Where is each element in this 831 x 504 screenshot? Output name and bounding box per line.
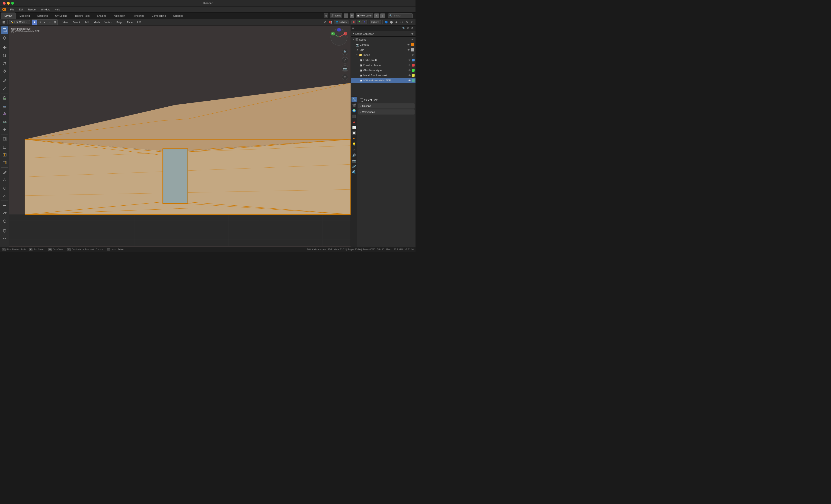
scene-add-icon[interactable]: + (344, 13, 348, 18)
cursor-tool[interactable] (1, 34, 8, 42)
quad-view-btn[interactable]: ⊞ (342, 74, 348, 80)
material-props-icon[interactable]: ● (351, 136, 356, 141)
overlay-icon[interactable]: ⊙ (404, 20, 409, 25)
wireframe-view-btn[interactable]: ⬡ (37, 20, 42, 25)
transform-orientation-selector[interactable]: 🌐 Global ▾ (334, 20, 348, 24)
outliner-item-glas[interactable]: ▣ Glas Normalglas 👁 (351, 68, 416, 73)
inset-faces-tool[interactable] (1, 136, 8, 143)
to-sphere-tool[interactable] (1, 217, 8, 225)
header-add-menu[interactable]: Add (83, 21, 91, 24)
view-layer-remove-icon[interactable]: ⊗ (380, 13, 385, 18)
extrude-along-normals-tool[interactable] (1, 110, 8, 118)
select-box-tool[interactable] (1, 26, 8, 34)
loop-cut-tool[interactable] (1, 151, 8, 158)
extrude-individual-tool[interactable] (1, 118, 8, 125)
material-shading-icon[interactable]: ⬤ (389, 20, 394, 25)
object-props-icon[interactable]: ⬛ (351, 114, 356, 119)
close-button[interactable] (3, 2, 5, 5)
move-tool[interactable] (1, 44, 8, 51)
extrude-cursor-tool[interactable] (1, 126, 8, 133)
rendered-shading-icon[interactable]: 🔵 (384, 20, 389, 25)
view-layer-add-icon[interactable]: + (374, 13, 379, 18)
tab-uv-editing[interactable]: UV Editing (52, 12, 71, 19)
scene-remove-icon[interactable]: ⊗ (350, 13, 354, 18)
header-select-menu[interactable]: Select (71, 21, 82, 24)
farbe-vis-icon[interactable]: 👁 (408, 58, 411, 62)
menu-render[interactable]: Render (26, 8, 38, 11)
window-controls[interactable] (3, 2, 14, 5)
import-vis-icon[interactable]: 👁 (411, 53, 414, 57)
data-props-icon[interactable]: △ (351, 147, 356, 152)
solid-view-btn[interactable]: ◼ (32, 20, 37, 25)
navigation-gizmo[interactable]: X Y Z (330, 28, 348, 47)
tab-sculpting[interactable]: Sculpting (34, 12, 51, 19)
header-edge-menu[interactable]: Edge (115, 21, 124, 24)
measure-tool[interactable] (1, 85, 8, 92)
tab-texture-paint[interactable]: Texture Paint (71, 12, 93, 19)
tab-animation[interactable]: Animation (110, 12, 129, 19)
mode-selector[interactable]: ✏️ Edit Mode ▾ (9, 20, 30, 24)
y-axis-btn[interactable]: Y (357, 20, 362, 24)
z-axis-btn[interactable]: Z (362, 20, 367, 24)
outliner-vis-icon[interactable]: 👁 (411, 32, 413, 35)
options-section-header[interactable]: ▶ Options (358, 103, 414, 109)
knife-tool[interactable] (1, 169, 8, 176)
render-props-icon[interactable]: 📷 (351, 158, 356, 163)
tab-modeling[interactable]: Modeling (16, 12, 33, 19)
search-bar[interactable]: 🔍 (388, 13, 413, 18)
scale-tool[interactable] (1, 60, 8, 67)
vertex-btn[interactable]: • (42, 20, 47, 25)
fensterrahmen-vis-icon[interactable]: 👁 (408, 63, 411, 67)
extrude-manifold-tool[interactable] (1, 102, 8, 110)
tab-shading[interactable]: Shading (93, 12, 110, 19)
menu-edit[interactable]: Edit (17, 8, 25, 11)
light-props-icon[interactable]: 💡 (351, 141, 356, 147)
outliner-item-fensterrahmen[interactable]: ▣ Fensterrahmen 👁 (351, 63, 416, 68)
edge-crease-tool[interactable] (1, 202, 8, 209)
wireframe-shading-icon[interactable]: ⬡ (399, 20, 404, 25)
outliner-filter-icon[interactable]: 🔍 (402, 26, 406, 30)
menu-file[interactable]: File (8, 8, 16, 11)
shear-tool[interactable] (1, 210, 8, 217)
object-constraint-icon[interactable]: 🔊 (351, 152, 356, 158)
view-layer-selector[interactable]: 🔲 View Layer (356, 13, 373, 18)
outliner-item-scene[interactable]: ▾ 🎬 Scene 👁 (351, 37, 416, 42)
transform-tool[interactable] (1, 67, 8, 75)
scene-vis-icon[interactable]: 👁 (411, 38, 414, 41)
mw-vis-icon[interactable]: 👁 (408, 79, 411, 82)
outliner-item-import[interactable]: ▾ 📁 Import 👁 (351, 52, 416, 58)
glas-vis-icon[interactable]: 👁 (408, 68, 411, 72)
shrink-fatten-tool[interactable] (1, 227, 8, 234)
viewport[interactable]: User Perspective (1) MW Kalksandstein, 2… (9, 26, 351, 247)
poly-build-tool[interactable] (1, 176, 8, 184)
modifier-props-icon[interactable]: 🔺 (351, 119, 356, 124)
outliner-item-farbe[interactable]: ▣ Farbe, weiß 👁 (351, 58, 416, 63)
camera-view-btn[interactable]: 📷 (342, 65, 348, 72)
particle-props-icon[interactable]: 📊 (351, 125, 356, 130)
header-face-menu[interactable]: Face (125, 21, 135, 24)
view-layer-props-icon[interactable]: 🌊 (351, 169, 356, 174)
xray-icon[interactable]: ⧖ (409, 20, 414, 25)
push-pull-tool[interactable] (1, 235, 8, 242)
scene-props-icon[interactable]: 🎬 (351, 102, 356, 108)
sun-vis-icon[interactable]: 👁 (407, 48, 410, 52)
zoom-in-btn[interactable]: 🔍 (342, 49, 348, 55)
x-axis-btn[interactable]: X (351, 20, 356, 24)
camera-vis-icon[interactable]: 👁 (407, 43, 410, 47)
tab-compositing[interactable]: Compositing (148, 12, 169, 19)
menu-window[interactable]: Window (39, 8, 52, 11)
proportional-edit-icon[interactable]: ⊙ (323, 20, 327, 25)
scene-selector[interactable]: 🎬 Scene (330, 13, 342, 18)
header-mesh-menu[interactable]: Mesh (92, 21, 102, 24)
workspace-section-header[interactable]: ▶ Workspace (358, 110, 414, 115)
outliner-sync-icon[interactable]: ⟳ (406, 26, 410, 30)
menu-help[interactable]: Help (53, 8, 62, 11)
rotate-tool[interactable] (1, 52, 8, 59)
world-props-icon[interactable]: 🌍 (351, 108, 356, 113)
bevel-tool[interactable] (1, 143, 8, 151)
outliner-item-metall[interactable]: ▣ Metall Stahl, verzinkt 👁 (351, 73, 416, 78)
search-input[interactable] (393, 13, 411, 18)
metall-vis-icon[interactable]: 👁 (408, 73, 411, 77)
tab-add-button[interactable]: + (187, 12, 193, 19)
extrude-region-tool[interactable] (1, 94, 8, 102)
